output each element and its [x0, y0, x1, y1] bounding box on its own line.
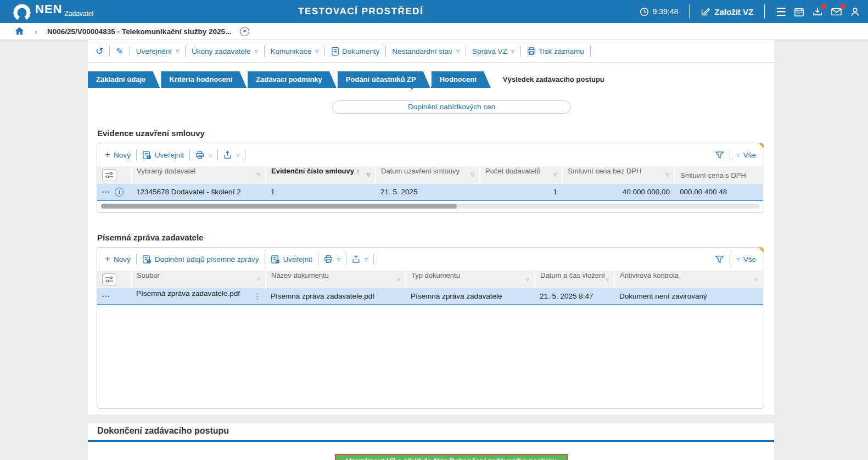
cell-typ-dokumentu: Písemná zpráva zadavatele — [406, 288, 535, 305]
tab-zadavaci-podminky[interactable]: Zadávací podmínky — [248, 71, 337, 88]
column-header[interactable]: Soubor▽ — [131, 271, 266, 288]
column-header-sorted[interactable]: Evidenční číslo smlouvy ↑ ▽ — [266, 166, 376, 184]
publish-report-button[interactable]: Uveřejnit — [271, 255, 312, 264]
cell-cena-bez-dph: 40 000 000,00 — [562, 184, 675, 200]
chevron-down-icon: ▽ — [315, 49, 318, 54]
drag-handle-icon[interactable]: ⋮ — [254, 289, 261, 304]
filter-button[interactable] — [715, 255, 724, 264]
lock-vz-button[interactable]: Uzamknout VZ a přejít do fáze Dokončení … — [335, 454, 568, 460]
report-table-row[interactable]: ••• Písemná zpráva zadavatele.pdf ⋮ Píse… — [97, 288, 763, 305]
column-header[interactable]: Název dokumentu▽ — [266, 271, 406, 288]
funnel-icon — [715, 255, 724, 264]
column-settings-header[interactable] — [97, 166, 131, 184]
contract-table-header: Vybraný dodavatel▽ Evidenční číslo smlou… — [97, 166, 763, 184]
print-record-button[interactable]: Tisk záznamu — [527, 47, 584, 55]
divider — [373, 254, 374, 265]
main-content: ↺ ✎ Uveřejnění ▽ Úkony zadavatele ▽ Komu… — [88, 40, 774, 414]
row-menu-icon[interactable]: ••• — [102, 189, 110, 195]
divider — [264, 46, 265, 57]
plus-icon: + — [105, 149, 110, 160]
completion-section: Dokončení zadávacího postupu Uzamknout V… — [88, 423, 774, 460]
breadcrumb-item[interactable]: N006/25/V00004835 - Telekomunikační služ… — [47, 27, 231, 36]
print-report-button[interactable]: ▽ — [324, 255, 340, 263]
filter-caret-icon[interactable]: ▽ — [397, 271, 400, 288]
menu-nestandardni-stav[interactable]: Nestandardní stav ▽ — [392, 47, 460, 55]
section-gap — [0, 414, 868, 423]
filter-caret-icon[interactable]: ▽ — [526, 271, 529, 288]
divider — [245, 149, 245, 160]
new-report-button[interactable]: + Nový — [105, 254, 131, 265]
environment-title: TESTOVACÍ PROSTŘEDÍ — [298, 0, 423, 23]
filter-caret-icon[interactable]: ▽ — [257, 167, 260, 183]
corner-marker — [759, 248, 764, 253]
menu-sprava-vz[interactable]: Správa VZ ▽ — [472, 47, 514, 55]
cell-soubor: Písemná zpráva zadavatele.pdf ⋮ — [131, 288, 266, 305]
nen-logo[interactable]: NEN Zadavatel — [12, 1, 93, 23]
refresh-icon: ↺ — [96, 46, 103, 57]
column-header[interactable]: Datum a čas vložení▽ — [535, 271, 614, 288]
refresh-button[interactable]: ↺ — [96, 46, 103, 57]
menu-uverejneni[interactable]: Uveřejnění ▽ — [136, 47, 179, 55]
column-header[interactable]: Typ dokumentu▽ — [406, 271, 535, 288]
printer-icon — [527, 47, 536, 55]
close-tab-button[interactable]: ✕ — [240, 27, 249, 36]
edit-record-button[interactable]: ✎ — [116, 46, 123, 57]
filter-caret-icon[interactable]: ▽ — [471, 167, 474, 183]
menu-komunikace[interactable]: Komunikace ▽ — [271, 47, 318, 55]
cell-datum-cas: 21. 5. 2025 8:47 — [535, 288, 614, 305]
filter-caret-icon[interactable]: ▽ — [606, 271, 609, 288]
tab-bar: Základní údaje Kritéria hodnocení Zadáva… — [88, 71, 774, 88]
user-profile-button[interactable] — [850, 7, 860, 17]
menu-dokumenty[interactable]: Dokumenty — [331, 47, 379, 56]
tab-zakladni-udaje[interactable]: Základní údaje — [88, 71, 160, 88]
contract-section-title: Evidence uzavření smlouvy — [97, 128, 774, 138]
tab-kriteria-hodnoceni[interactable]: Kritéria hodnocení — [161, 71, 247, 88]
filter-caret-icon[interactable]: ▽ — [754, 271, 758, 288]
export-contract-button[interactable]: ▽ — [223, 150, 239, 159]
doplneni-nabidkovych-cen-button[interactable]: Doplnění nabídkových cen — [332, 100, 571, 114]
export-report-button[interactable]: ▽ — [352, 255, 368, 263]
filter-caret-icon[interactable]: ▽ — [666, 167, 669, 183]
doplneni-udaju-button[interactable]: Doplnění údajů písemné zprávy — [142, 255, 259, 264]
print-contract-button[interactable]: ▽ — [195, 150, 212, 159]
tab-podani-ucastniku-zp[interactable]: Podání účastníků ZP — [338, 71, 430, 88]
column-header[interactable]: Antivirová kontrola▽ — [614, 271, 763, 288]
main-menu-button[interactable]: ☰ — [776, 6, 786, 18]
create-vz-button[interactable]: Založit VZ — [701, 7, 753, 16]
info-icon[interactable]: i — [115, 188, 124, 197]
top-bar: NEN Zadavatel TESTOVACÍ PROSTŘEDÍ 9:39:4… — [0, 0, 868, 23]
report-panel: + Nový Doplnění údajů písemné zprávy Uve… — [97, 247, 764, 409]
filter-caret-icon[interactable]: ▽ — [257, 271, 260, 288]
chevron-down-icon: ▽ — [737, 257, 740, 262]
filter-caret-icon[interactable]: ▽ — [553, 167, 557, 183]
filter-preset-select[interactable]: ▽ Vše — [736, 151, 756, 159]
filter-caret-icon[interactable]: ▽ — [367, 167, 370, 183]
publish-contract-button[interactable]: Uveřejnit — [142, 150, 184, 160]
column-header[interactable]: Vybraný dodavatel▽ — [131, 166, 266, 184]
column-header[interactable]: Smluvní cena bez DPH▽ — [562, 166, 675, 184]
calendar-button[interactable] — [794, 7, 804, 17]
tab-hodnoceni[interactable]: Hodnocení — [432, 71, 491, 88]
column-header[interactable]: Počet dodavatelů▽ — [480, 166, 562, 184]
filter-preset-select[interactable]: ▽ Vše — [736, 255, 756, 263]
scrollbar-thumb[interactable] — [101, 204, 457, 209]
tab-vysledek-zadavaciho-postupu[interactable]: Výsledek zadávacího postupu — [492, 71, 623, 88]
column-header[interactable]: Smluvní cena s DPH — [675, 166, 763, 184]
corner-marker — [759, 143, 764, 148]
report-section-title: Písemná zpráva zadavatele — [97, 233, 774, 242]
cell-nazev-dokumentu: Písemná zpráva zadavatele.pdf — [266, 288, 406, 305]
column-header[interactable]: Datum uzavření smlouvy▽ — [376, 166, 480, 184]
downloads-button[interactable] — [812, 6, 823, 17]
menu-ukony-zadavatele[interactable]: Úkony zadavatele ▽ — [192, 47, 257, 55]
session-clock: 9:39:48 — [640, 7, 679, 16]
row-menu-icon[interactable]: ••• — [102, 294, 110, 299]
home-button[interactable] — [14, 26, 25, 36]
new-contract-button[interactable]: + Nový — [105, 149, 131, 160]
pencil-icon: ✎ — [116, 46, 123, 57]
column-settings-header[interactable] — [97, 271, 131, 288]
filter-button[interactable] — [715, 150, 724, 160]
publish-icon — [142, 150, 152, 160]
messages-button[interactable] — [831, 6, 842, 18]
contract-table-row[interactable]: ••• i 12345678 Dodavatel - školení 2 1 2… — [97, 184, 763, 200]
horizontal-scrollbar[interactable] — [101, 204, 760, 209]
